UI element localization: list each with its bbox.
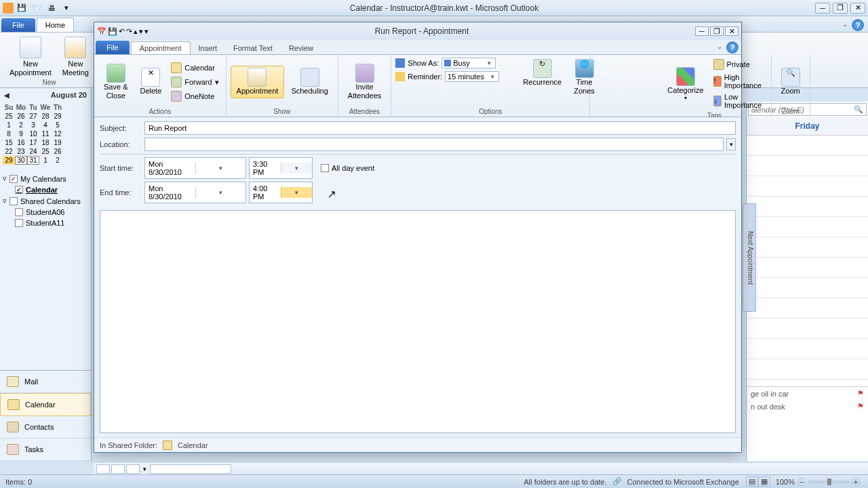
save-icon[interactable]: 💾 <box>108 27 117 36</box>
prev-month-icon[interactable]: ◀ <box>4 92 9 99</box>
outlook-icon[interactable] <box>3 3 14 14</box>
new-meeting-button[interactable]: New Meeting <box>58 35 93 79</box>
flag-icon[interactable]: ⚑ <box>857 389 864 398</box>
categorize-button[interactable]: Categorize▾ <box>662 66 709 103</box>
start-date-field[interactable]: Mon 8/30/2010▾ <box>144 157 246 179</box>
qat-more-icon[interactable]: ▾ <box>60 2 73 14</box>
next-icon[interactable]: ▾ <box>139 27 143 36</box>
dlg-file-tab[interactable]: File <box>96 41 130 54</box>
chevron-down-icon[interactable]: ▾ <box>281 163 313 174</box>
ribbon-collapse-icon[interactable]: ⌄ <box>717 43 722 50</box>
new-appointment-button[interactable]: New Appointment <box>5 35 56 79</box>
flag-icon[interactable]: ⚑ <box>857 402 864 411</box>
nav-calendar[interactable]: Calendar <box>0 393 91 416</box>
appointment-body[interactable] <box>100 210 736 433</box>
recurrence-button[interactable]: ↻Recurrence <box>517 58 567 97</box>
dlg-maximize-button[interactable]: ❐ <box>710 26 724 36</box>
nav-mail[interactable]: Mail <box>0 371 91 393</box>
dlg-review-tab[interactable]: Review <box>281 42 321 54</box>
dlg-formattext-tab[interactable]: Format Text <box>225 42 281 54</box>
zoom-in-icon[interactable]: + <box>852 478 860 486</box>
checkbox[interactable] <box>9 197 18 205</box>
checkbox[interactable]: ✓ <box>9 175 18 183</box>
chevron-down-icon[interactable]: ▾ <box>281 187 313 198</box>
undo-icon[interactable]: ↶ <box>119 27 125 36</box>
zoom-button[interactable]: 🔍Zoom <box>776 66 806 97</box>
time-zones-button[interactable]: 🌐Time Zones <box>568 58 600 97</box>
location-input[interactable] <box>144 138 724 151</box>
delete-button[interactable]: ✕Delete <box>134 66 167 97</box>
help-icon[interactable]: ? <box>852 19 864 31</box>
showas-combo[interactable]: Busy▾ <box>441 58 496 68</box>
file-tab[interactable]: File <box>1 18 35 32</box>
print-icon[interactable]: 🖶 <box>45 2 58 14</box>
zoom-slider[interactable] <box>808 481 849 483</box>
high-importance-button[interactable]: !High Importance <box>711 72 767 91</box>
next-appointment-tab[interactable]: Next Appointment <box>743 203 756 312</box>
subject-input[interactable] <box>144 121 736 135</box>
location-dropdown-icon[interactable]: ▾ <box>726 138 736 150</box>
chevron-down-icon[interactable]: ▾ <box>486 60 493 66</box>
quick-input[interactable] <box>150 464 231 474</box>
day-grid[interactable] <box>747 136 868 386</box>
dlg-minimize-button[interactable]: ─ <box>695 26 709 36</box>
search-icon[interactable]: 🔍 <box>854 105 863 114</box>
calendar-icon[interactable]: 📅 <box>97 27 106 36</box>
task-row[interactable]: ge oil in car⚑ <box>747 387 868 400</box>
chevron-down-icon[interactable]: ▾ <box>489 73 496 80</box>
close-button[interactable]: ✕ <box>850 3 865 14</box>
end-time-field[interactable]: 4:00 PM▾ <box>249 182 313 203</box>
calendar-item[interactable]: ✓ Calendar <box>3 184 88 195</box>
prev-icon[interactable]: ▴ <box>134 27 138 36</box>
reminder-combo[interactable]: 15 minutes▾ <box>445 71 499 82</box>
sendreceive-icon[interactable]: 📨 <box>30 2 43 14</box>
maximize-button[interactable]: ❐ <box>833 3 848 14</box>
checkbox[interactable] <box>15 219 23 227</box>
nav-contacts[interactable]: Contacts <box>0 416 91 439</box>
all-day-checkbox[interactable]: All day event <box>321 164 374 172</box>
low-importance-button[interactable]: ↓Low Importance <box>711 92 767 110</box>
view-reading-icon[interactable]: ▦ <box>758 476 770 487</box>
checkbox[interactable] <box>321 164 329 172</box>
tb-icon[interactable] <box>126 464 140 474</box>
calendar-icon <box>171 62 182 73</box>
dlg-appointment-tab[interactable]: Appointment <box>131 41 191 54</box>
ribbon-collapse-icon[interactable]: ⌄ <box>842 20 848 28</box>
home-tab[interactable]: Home <box>37 18 74 32</box>
chevron-down-icon[interactable]: ▾ <box>141 466 149 472</box>
studenta06-item[interactable]: StudentA06 <box>3 207 88 218</box>
my-calendars-header[interactable]: ▿ ✓ My Calendars <box>3 173 88 184</box>
start-time-field[interactable]: 3:30 PM▾ <box>249 157 313 179</box>
checkbox[interactable]: ✓ <box>15 186 23 194</box>
tb-icon[interactable] <box>96 464 110 474</box>
zoom-out-icon[interactable]: − <box>797 478 806 486</box>
scheduling-button[interactable]: Scheduling <box>285 66 333 97</box>
mini-calendar[interactable]: SuMoTuWeTh 2526272829 12345 89101112 151… <box>0 102 91 166</box>
end-date-field[interactable]: Mon 8/30/2010▾ <box>144 182 246 203</box>
onenote-button[interactable]: OneNote <box>168 89 221 103</box>
private-button[interactable]: Private <box>711 58 767 71</box>
view-switch-bar: ▾ <box>94 462 868 474</box>
save-icon[interactable]: 💾 <box>15 2 28 14</box>
nav-tasks[interactable]: Tasks <box>0 439 91 461</box>
chevron-down-icon[interactable]: ▾ <box>195 163 246 174</box>
studenta11-item[interactable]: StudentA11 <box>3 218 88 228</box>
minimize-button[interactable]: ─ <box>815 3 830 14</box>
checkbox[interactable] <box>15 208 23 216</box>
dlg-close-button[interactable]: ✕ <box>725 26 738 36</box>
help-icon[interactable]: ? <box>726 41 738 54</box>
calendar-button[interactable]: Calendar <box>168 61 221 75</box>
calendar-icon <box>7 399 20 410</box>
dlg-insert-tab[interactable]: Insert <box>191 42 226 54</box>
save-close-button[interactable]: Save & Close <box>98 62 133 102</box>
appointment-view-button[interactable]: Appointment <box>231 66 285 98</box>
task-row[interactable]: n out desk⚑ <box>747 400 868 413</box>
view-normal-icon[interactable]: ▤ <box>746 476 758 487</box>
invite-attendees-button[interactable]: Invite Attendees <box>342 62 387 102</box>
redo-icon[interactable]: ↷ <box>126 27 132 36</box>
shared-calendars-header[interactable]: ▿ Shared Calendars <box>3 195 88 207</box>
tb-icon[interactable] <box>111 464 125 474</box>
chevron-down-icon[interactable]: ▾ <box>195 187 246 198</box>
window-title: Calendar - InstructorA@train.kwt - Micro… <box>73 3 815 13</box>
forward-button[interactable]: Forward▾ <box>168 75 221 89</box>
